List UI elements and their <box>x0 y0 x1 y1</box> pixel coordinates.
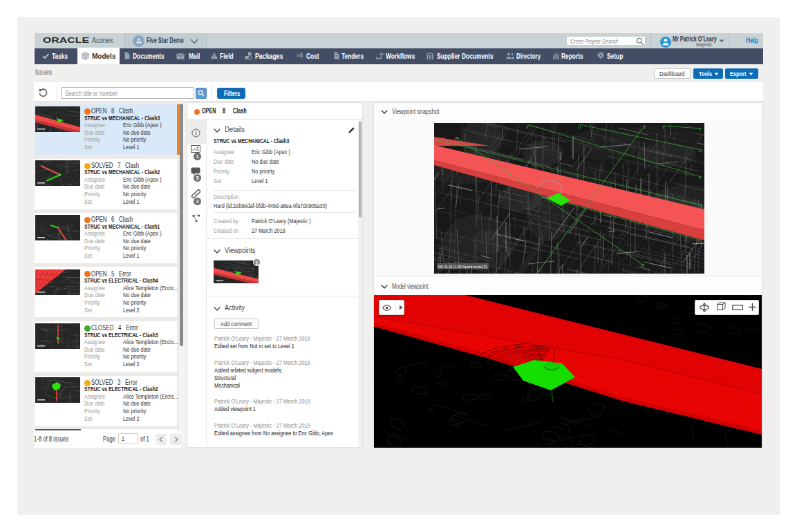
svg-text:V: V <box>526 125 529 129</box>
svg-text:C: C <box>435 138 439 142</box>
svg-text:W: W <box>455 136 459 140</box>
svg-text:T: T <box>699 128 702 132</box>
svg-text:U: U <box>578 125 581 129</box>
svg-text:W: W <box>641 263 645 267</box>
svg-text:V: V <box>699 175 702 180</box>
svg-text:C: C <box>699 204 702 208</box>
svg-text:U: U <box>699 149 702 153</box>
svg-text:W(-2)-11 | L30 Apartments [2]: W(-2)-11 | L30 Apartments [2] <box>438 265 487 269</box>
svg-text:T: T <box>662 126 665 130</box>
